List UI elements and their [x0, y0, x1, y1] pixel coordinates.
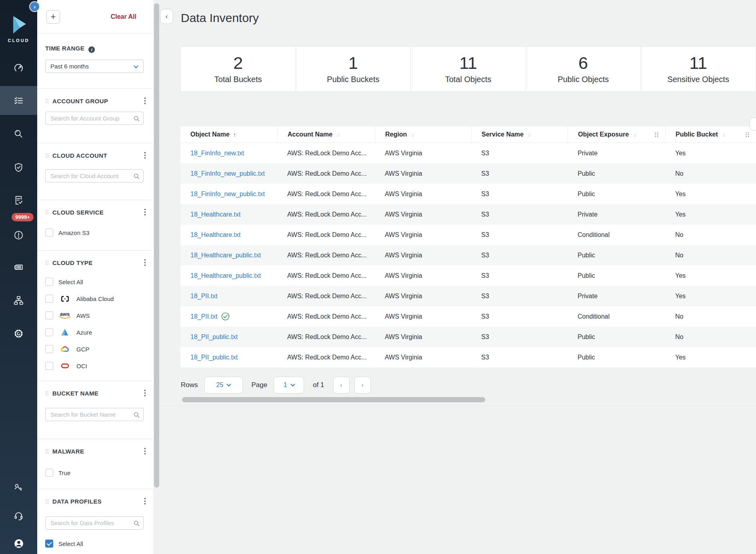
- kebab-menu-icon[interactable]: [144, 209, 146, 216]
- checkbox[interactable]: [45, 362, 53, 370]
- column-header-object-exposure[interactable]: Object Exposure↓↑: [568, 126, 665, 143]
- previous-page-button[interactable]: ‹: [333, 377, 350, 393]
- sort-icon[interactable]: ↓↑: [633, 132, 636, 138]
- object-name-link[interactable]: 18_FinInfo_new.txt: [180, 143, 277, 163]
- public-bucket-cell: Yes: [665, 143, 756, 163]
- object-name-link[interactable]: 18_PII_public.txt: [180, 327, 277, 347]
- time-range-select[interactable]: Past 6 months: [45, 60, 144, 73]
- sidebar-item-investigate[interactable]: [0, 122, 37, 146]
- sidebar-item-support[interactable]: [0, 504, 37, 528]
- kebab-menu-icon[interactable]: [144, 498, 146, 505]
- column-header-service-name[interactable]: Service Name↓↑: [471, 126, 568, 143]
- sidebar-item-compute[interactable]: [0, 255, 37, 279]
- checkbox-option-true[interactable]: True: [45, 469, 145, 477]
- checkbox-option-amazon-s3[interactable]: Amazon S3: [45, 229, 145, 237]
- region-cell: AWS Virginia: [375, 163, 471, 184]
- object-name-link[interactable]: 18_FinInfo_new_public.txt: [180, 184, 277, 204]
- kebab-menu-icon[interactable]: [144, 152, 146, 159]
- column-grip-icon[interactable]: [654, 132, 659, 138]
- bucket-name-search-input[interactable]: [46, 408, 143, 421]
- add-filter-button[interactable]: +: [46, 10, 60, 24]
- kebab-menu-icon[interactable]: [144, 389, 146, 397]
- cloud-account-search-input[interactable]: [46, 170, 143, 182]
- drag-handle-icon[interactable]: [45, 391, 49, 396]
- collapse-filters-button[interactable]: ‹: [160, 9, 173, 24]
- stat-public-objects: 6 Public Objects: [526, 47, 641, 91]
- sidebar-item-compliance[interactable]: [0, 155, 37, 179]
- next-page-button[interactable]: ›: [354, 377, 371, 393]
- column-header-account-name[interactable]: Account Name↓↑: [277, 126, 375, 143]
- checkbox[interactable]: [45, 229, 53, 237]
- sort-icon[interactable]: ↓↑: [336, 132, 339, 138]
- sort-icon[interactable]: ↓↑: [411, 132, 414, 138]
- drag-handle-icon[interactable]: [45, 449, 49, 454]
- drag-handle-icon[interactable]: [45, 98, 49, 104]
- sidebar-item-profile[interactable]: [0, 532, 37, 554]
- stat-value: 11: [459, 54, 477, 72]
- object-name-link[interactable]: 18_Healthcare_public.txt: [180, 265, 277, 286]
- account-name-cell: AWS: RedLock Demo Acc...: [277, 225, 375, 245]
- sidebar-item-network[interactable]: [0, 288, 37, 312]
- column-header-region[interactable]: Region↓↑: [375, 126, 471, 143]
- account-name-cell: AWS: RedLock Demo Acc...: [277, 163, 375, 184]
- object-name-link[interactable]: 18_Healthcare.txt: [180, 204, 277, 225]
- checkbox-checked[interactable]: [45, 540, 53, 548]
- column-grip-icon[interactable]: [745, 132, 750, 138]
- sidebar-item-alerts[interactable]: [0, 223, 37, 247]
- sidebar-item-inventory[interactable]: [0, 86, 37, 115]
- object-name-link[interactable]: 18_PII.txt: [180, 286, 277, 306]
- data-profiles-search-input[interactable]: [46, 517, 143, 529]
- drag-handle-icon[interactable]: [45, 153, 49, 158]
- drag-handle-icon[interactable]: [45, 210, 49, 215]
- object-name-link[interactable]: 18_PII.txt: [180, 306, 277, 327]
- expand-chevron-badge[interactable]: ›: [30, 2, 39, 11]
- object-name-link[interactable]: 18_FinInfo_new_public.txt: [180, 163, 277, 184]
- object-name-link[interactable]: 18_Healthcare_public.txt: [180, 245, 277, 265]
- sort-ascending-icon[interactable]: ↑: [233, 131, 236, 138]
- filter-section-cloud-type: CLOUD TYPE Select All Alibaba Cloud aws: [37, 250, 153, 381]
- service-name-cell: S3: [471, 265, 568, 286]
- checkbox-option-select-all-profiles[interactable]: Select All: [45, 540, 145, 548]
- summary-stats-card: 2 Total Buckets 1 Public Buckets 11 Tota…: [180, 46, 756, 92]
- checkbox[interactable]: [45, 295, 53, 303]
- sidebar-item-dashboard[interactable]: [0, 56, 37, 80]
- kebab-menu-icon[interactable]: [144, 259, 146, 266]
- checkbox[interactable]: [45, 469, 53, 477]
- sidebar-item-settings[interactable]: [0, 321, 37, 345]
- object-exposure-cell: Conditional: [568, 225, 665, 245]
- column-header-object-name[interactable]: Object Name↑: [180, 126, 277, 143]
- object-name-link[interactable]: 18_Healthcare.txt: [180, 225, 277, 245]
- page-select[interactable]: 1: [274, 377, 304, 393]
- account-group-search-input[interactable]: [46, 112, 143, 124]
- drag-handle-icon[interactable]: [45, 499, 49, 504]
- scrollbar-thumb[interactable]: [154, 3, 159, 488]
- column-settings-button[interactable]: [750, 118, 756, 130]
- checkbox[interactable]: [45, 278, 53, 286]
- checkbox-option-gcp[interactable]: GCP: [45, 341, 145, 357]
- checkbox-label: Select All: [58, 540, 83, 547]
- checkbox-option-select-all[interactable]: Select All: [45, 273, 145, 290]
- filter-panel-scrollbar[interactable]: [153, 0, 160, 554]
- checkbox[interactable]: [45, 345, 53, 353]
- kebab-menu-icon[interactable]: [144, 448, 146, 455]
- drag-handle-icon[interactable]: [45, 260, 49, 265]
- checkbox[interactable]: [45, 311, 53, 319]
- rows-per-page-select[interactable]: 25: [204, 377, 243, 393]
- clear-all-filters-link[interactable]: Clear All: [111, 13, 136, 20]
- table-row: 18_Healthcare_public.txt AWS: RedLock De…: [180, 265, 756, 286]
- sort-icon[interactable]: ↓↑: [528, 132, 530, 138]
- sort-icon[interactable]: ↓↑: [722, 132, 725, 138]
- checkbox-option-oci[interactable]: OCI: [45, 357, 145, 374]
- checkbox-option-alibaba-cloud[interactable]: Alibaba Cloud: [45, 290, 145, 307]
- checkbox[interactable]: [45, 328, 53, 336]
- column-header-public-bucket[interactable]: Public Bucket↓↑: [665, 126, 756, 143]
- object-name-link[interactable]: 18_PII_public.txt: [180, 347, 277, 367]
- object-exposure-cell: Public: [568, 184, 665, 204]
- checkbox-option-aws[interactable]: aws AWS: [45, 307, 145, 324]
- kebab-menu-icon[interactable]: [144, 97, 146, 104]
- horizontal-scrollbar-thumb[interactable]: [182, 397, 485, 402]
- info-icon[interactable]: i: [88, 46, 95, 53]
- sidebar-item-policies[interactable]: [0, 188, 37, 212]
- sidebar-item-access-keys[interactable]: [0, 476, 37, 500]
- checkbox-option-azure[interactable]: Azure: [45, 324, 145, 341]
